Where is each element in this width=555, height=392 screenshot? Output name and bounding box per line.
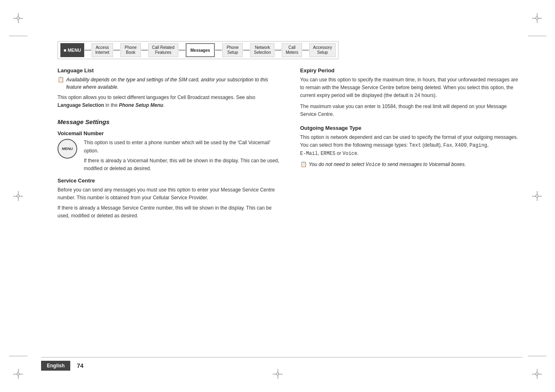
nav-item-call-meters[interactable]: Call Meters <box>282 43 302 57</box>
expiry-body1: You can use this option to specify the m… <box>300 76 523 100</box>
language-list-title: Language List <box>58 67 280 74</box>
language-list-note: Availability depends on the type and set… <box>66 76 280 91</box>
right-column: Expiry Period You can use this option to… <box>300 67 523 220</box>
expiry-body2: The maximum value you can enter is 10584… <box>300 103 523 118</box>
voicemail-body2: If there is already a Voicemail Number, … <box>84 157 280 173</box>
outgoing-type-x400: X400 <box>455 143 467 148</box>
nav-item-messages[interactable]: Messages <box>186 43 215 57</box>
reg-mark-tl <box>13 13 23 23</box>
nav-bar: ■ MENU Access Internet Phone Book Call R… <box>58 41 339 59</box>
outgoing-note-block: 📋 You do not need to select Voice to sen… <box>300 161 523 168</box>
nav-connector-3 <box>141 50 148 51</box>
nav-item-network-selection[interactable]: Network Selection <box>250 43 274 57</box>
footer-page-number: 74 <box>77 362 83 369</box>
voicemail-section: Voicemail Number MENU This option is use… <box>58 130 280 173</box>
nav-menu-label: ■ MENU <box>60 43 84 57</box>
nav-connector-8 <box>302 50 309 51</box>
outgoing-type-ermes: ERMES <box>320 151 335 157</box>
voicemail-with-icon: MENU This option is used to enter a phon… <box>58 139 280 173</box>
nav-connector-1 <box>85 50 91 51</box>
outgoing-body: This option is network dependent and can… <box>300 134 523 158</box>
expiry-section: Expiry Period You can use this option to… <box>300 67 523 118</box>
reg-mark-mr <box>532 191 542 201</box>
outgoing-type-fax: Fax <box>443 143 452 148</box>
outgoing-type-paging: Paging <box>470 143 487 148</box>
nav-item-accessory-setup[interactable]: Accessory Setup <box>309 43 336 57</box>
phone-setup-menu-bold: Phone Setup Menu <box>119 102 163 108</box>
nav-item-access-internet[interactable]: Access Internet <box>92 43 113 57</box>
outgoing-type-email: E-Mail <box>300 151 318 157</box>
language-selection-bold: Language Selection <box>58 102 104 108</box>
language-list-note-block: 📋 Availability depends on the type and s… <box>58 76 280 91</box>
outgoing-note-voice-mono: Voice <box>366 162 380 168</box>
outgoing-section: Outgoing Message Type This option is net… <box>300 125 523 168</box>
menu-circle-icon: MENU <box>58 139 77 159</box>
footer: English 74 <box>41 357 522 371</box>
nav-item-phone-book[interactable]: Phone Book <box>120 43 141 57</box>
nav-item-phone-setup[interactable]: Phone Setup <box>222 43 243 57</box>
language-list-section: Language List 📋 Availability depends on … <box>58 67 280 109</box>
service-centre-body2: If there is already a Message Service Ce… <box>58 204 280 220</box>
left-column: Language List 📋 Availability depends on … <box>58 67 280 220</box>
service-centre-section: Service Centre Before you can send any m… <box>58 178 280 220</box>
outgoing-type-voice: Voice <box>343 151 357 157</box>
language-list-body: This option allows you to select differe… <box>58 94 280 109</box>
voicemail-body1: This option is used to enter a phone num… <box>84 139 280 154</box>
reg-mark-bl <box>13 369 23 379</box>
main-content: ■ MENU Access Internet Phone Book Call R… <box>58 41 522 355</box>
voicemail-title: Voicemail Number <box>58 130 280 136</box>
nav-item-call-related[interactable]: Call Related Features <box>148 43 178 57</box>
nav-connector-7 <box>275 50 281 51</box>
reg-mark-br <box>532 369 542 379</box>
nav-connector-6 <box>243 50 250 51</box>
message-settings-heading: Message Settings <box>58 118 280 125</box>
reg-mark-tr <box>532 13 542 23</box>
reg-mark-ml <box>13 191 23 201</box>
service-centre-body1: Before you can send any messages you mus… <box>58 186 280 202</box>
note-icon-lang: 📋 <box>58 76 64 83</box>
nav-connector-4 <box>179 50 185 51</box>
nav-connector-5 <box>215 50 222 51</box>
footer-language: English <box>41 361 70 371</box>
nav-connector-2 <box>113 50 120 51</box>
body-content: Language List 📋 Availability depends on … <box>58 67 522 220</box>
service-centre-title: Service Centre <box>58 178 280 184</box>
menu-icon-area: MENU <box>58 139 77 159</box>
outgoing-type-text: Text <box>409 143 421 148</box>
outgoing-note-text: You do not need to select Voice to send … <box>309 161 466 168</box>
note-icon-outgoing: 📋 <box>300 161 307 167</box>
outgoing-title: Outgoing Message Type <box>300 125 523 131</box>
voicemail-text: This option is used to enter a phone num… <box>84 139 280 173</box>
expiry-title: Expiry Period <box>300 67 523 74</box>
